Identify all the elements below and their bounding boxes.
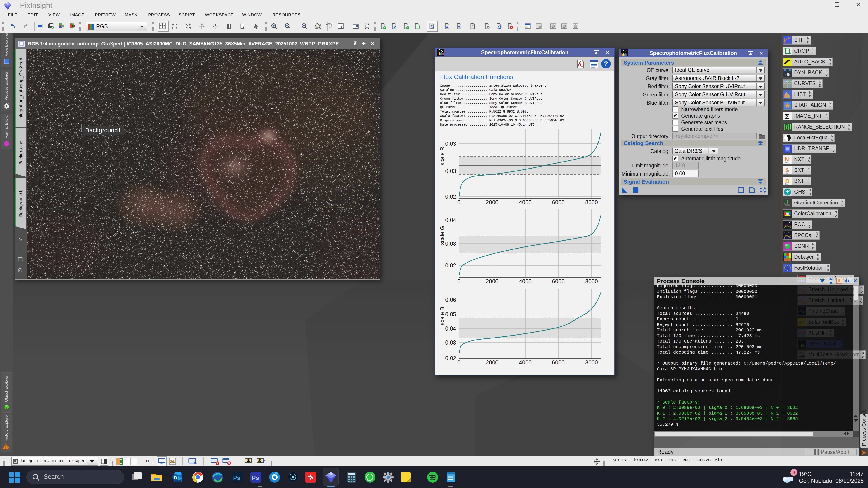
svg-text:0.03: 0.03: [445, 339, 456, 346]
svg-text:6000: 6000: [552, 359, 565, 365]
svg-text:2000: 2000: [486, 359, 498, 365]
svg-text:scale R: scale R: [439, 147, 445, 165]
svg-text:Ps: Ps: [252, 475, 259, 481]
svg-text:scale G: scale G: [439, 226, 445, 245]
svg-text:0.03: 0.03: [445, 168, 456, 174]
svg-text:24: 24: [170, 459, 175, 464]
svg-text:scale B: scale B: [439, 307, 445, 325]
svg-text:6000: 6000: [552, 199, 565, 205]
svg-text:4000: 4000: [519, 199, 532, 205]
svg-text:0.02: 0.02: [445, 355, 456, 361]
svg-text:0.03: 0.03: [445, 140, 456, 147]
svg-text:Noise: Noise: [784, 162, 789, 163]
svg-text:6000: 6000: [552, 278, 565, 285]
svg-text:Ps: Ps: [233, 475, 240, 481]
svg-text:0.06: 0.06: [445, 297, 456, 303]
svg-text:4000: 4000: [519, 359, 532, 365]
svg-text:0: 0: [457, 278, 460, 285]
svg-text:2000: 2000: [486, 199, 498, 205]
svg-text:Blur: Blur: [785, 183, 788, 185]
svg-text:0.03: 0.03: [445, 240, 456, 247]
svg-text:0.05: 0.05: [445, 311, 456, 318]
svg-text:0.04: 0.04: [445, 217, 456, 223]
svg-text:0.04: 0.04: [445, 325, 456, 332]
svg-text:8000: 8000: [585, 278, 598, 285]
svg-text:8000: 8000: [585, 359, 598, 365]
svg-text:0: 0: [457, 199, 460, 205]
svg-text:0.02: 0.02: [445, 262, 456, 269]
svg-text:Star: Star: [785, 172, 788, 174]
svg-text:o: o: [174, 474, 177, 480]
svg-text:8000: 8000: [585, 199, 598, 205]
svg-text:4000: 4000: [519, 278, 532, 285]
svg-text:2000: 2000: [486, 278, 498, 285]
svg-text:Σ: Σ: [785, 113, 789, 120]
svg-text:0.02: 0.02: [445, 193, 456, 200]
svg-text:0: 0: [457, 359, 460, 365]
